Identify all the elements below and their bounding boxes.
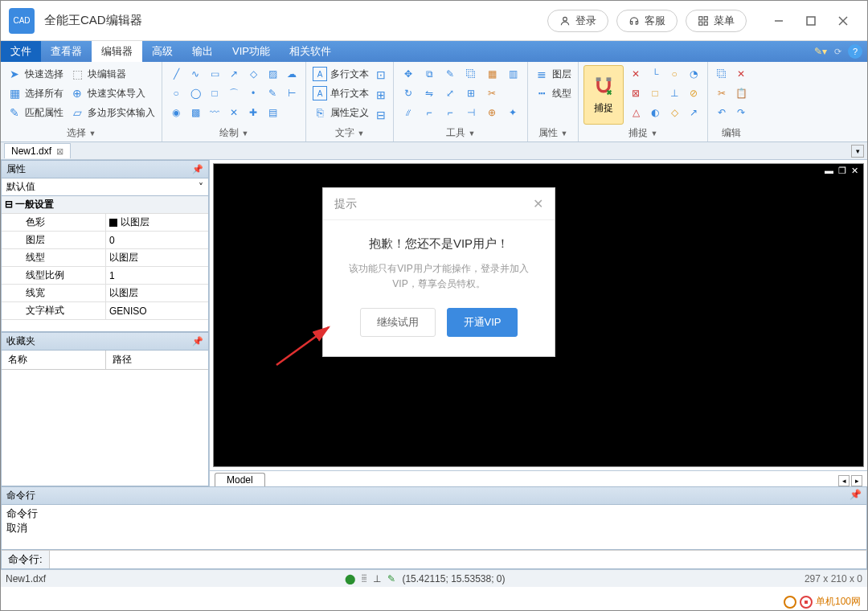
paste-icon[interactable]: ✕: [732, 65, 750, 83]
dim-icon[interactable]: ⊢: [283, 84, 301, 102]
hatch1-icon[interactable]: ▨: [264, 65, 281, 83]
hatch2-icon[interactable]: ▩: [186, 104, 204, 121]
snap-cen-icon[interactable]: ○: [665, 65, 683, 83]
open-vip-button[interactable]: 开通VIP: [447, 308, 518, 337]
offset-icon[interactable]: ⫽: [399, 104, 418, 121]
menu-editor[interactable]: 编辑器: [92, 41, 142, 62]
break-icon[interactable]: ⊣: [461, 104, 481, 121]
property-row[interactable]: 线型比例1: [2, 267, 208, 285]
square-icon[interactable]: □: [206, 84, 223, 102]
scroll-right-icon[interactable]: ▸: [851, 475, 862, 486]
snap-perp-icon[interactable]: ⊥: [665, 84, 683, 102]
text[interactable]: A单行文本: [311, 84, 371, 102]
text-tool1-icon[interactable]: ⊡: [374, 68, 388, 82]
align-icon[interactable]: ▥: [503, 65, 522, 83]
mtext[interactable]: A多行文本: [311, 65, 371, 83]
snap-end-icon[interactable]: ✕: [627, 65, 645, 83]
continue-trial-button[interactable]: 继续试用: [360, 308, 436, 337]
snap-app-icon[interactable]: ◐: [646, 104, 664, 121]
property-row[interactable]: 线型以图层: [2, 249, 208, 267]
xline-icon[interactable]: ✕: [225, 104, 243, 121]
line-icon[interactable]: ╱: [167, 65, 185, 83]
canvas-max-icon[interactable]: ❐: [837, 166, 848, 176]
cross-icon[interactable]: ✚: [244, 104, 262, 121]
canvas-min-icon[interactable]: ▬: [823, 166, 835, 176]
dialog-close-icon[interactable]: ✕: [533, 196, 543, 211]
menu-advanced[interactable]: 高级: [142, 41, 182, 62]
undo-icon[interactable]: ↶: [713, 104, 731, 121]
paste2-icon[interactable]: 📋: [732, 84, 750, 102]
chamfer-icon[interactable]: ⌐: [440, 104, 460, 121]
maximize-button[interactable]: [795, 8, 827, 34]
fav-col-name[interactable]: 名称: [2, 351, 106, 369]
layer-icon[interactable]: ▦: [482, 65, 502, 83]
edit-icon[interactable]: ✎▾: [814, 46, 827, 57]
status-grid-icon[interactable]: ⦙⦙⦙: [362, 573, 366, 584]
status-icon1[interactable]: ⬤: [345, 573, 355, 584]
snap-ext-icon[interactable]: ↗: [685, 104, 702, 121]
group-icon[interactable]: ⧉: [420, 65, 439, 83]
linetype[interactable]: ┅线型: [533, 84, 573, 102]
chevron-down-icon[interactable]: ▼: [651, 129, 658, 137]
pen-icon[interactable]: ✎: [264, 84, 281, 102]
snap-int-icon[interactable]: ⊠: [627, 84, 645, 102]
circle-icon[interactable]: ○: [167, 84, 185, 102]
text-tool3-icon[interactable]: ⊟: [374, 108, 388, 122]
extend-icon[interactable]: [503, 84, 522, 102]
canvas-close-icon[interactable]: ✕: [850, 166, 860, 176]
donut-icon[interactable]: ◉: [167, 104, 185, 121]
quick-import[interactable]: ⊕快速实体导入: [68, 84, 157, 102]
property-row[interactable]: 图层0: [2, 232, 208, 249]
command-input[interactable]: [50, 551, 866, 568]
polyline-icon[interactable]: ∿: [186, 65, 204, 83]
property-row[interactable]: 线宽以图层: [2, 285, 208, 302]
rotate-icon[interactable]: ↻: [399, 84, 418, 102]
attrdef[interactable]: ⎘属性定义: [311, 104, 371, 121]
point-icon[interactable]: •: [244, 84, 262, 102]
model-tab[interactable]: Model: [215, 473, 265, 486]
mirror-icon[interactable]: ⇋: [420, 84, 439, 102]
minimize-button[interactable]: [763, 8, 795, 34]
refresh-icon[interactable]: ⟳: [830, 44, 845, 59]
explode-icon[interactable]: ✦: [503, 104, 522, 121]
rect-icon[interactable]: ▭: [206, 65, 223, 83]
array-icon[interactable]: ⊞: [461, 84, 481, 102]
capture-button[interactable]: 捕捉: [583, 65, 624, 125]
text-tool2-icon[interactable]: ⊞: [374, 88, 388, 102]
snap-par-icon[interactable]: ◇: [665, 104, 683, 121]
snap-node-icon[interactable]: □: [646, 84, 664, 102]
menu-viewer[interactable]: 查看器: [41, 41, 92, 62]
join-icon[interactable]: ⊕: [482, 104, 502, 121]
snap-near-icon[interactable]: △: [627, 104, 645, 121]
select-all[interactable]: ▦选择所有: [6, 84, 65, 102]
snap-tan-icon[interactable]: ⊘: [685, 84, 702, 102]
spline-icon[interactable]: 〰: [206, 104, 223, 121]
status-pen-icon[interactable]: ✎: [387, 573, 395, 584]
snap-quad-icon[interactable]: ◔: [685, 65, 702, 83]
chevron-down-icon[interactable]: ▼: [89, 129, 96, 137]
quick-select[interactable]: ➤快速选择: [6, 65, 65, 83]
move-icon[interactable]: ✥: [399, 65, 418, 83]
support-button[interactable]: 客服: [616, 10, 678, 32]
chevron-down-icon[interactable]: ▼: [469, 129, 476, 137]
fillet-icon[interactable]: ⌐: [420, 104, 439, 121]
pin-icon[interactable]: 📌: [192, 336, 203, 347]
polygon-input[interactable]: ▱多边形实体输入: [68, 104, 157, 121]
menu-vip[interactable]: VIP功能: [223, 41, 280, 62]
pin-icon[interactable]: 📌: [850, 489, 862, 502]
scale-icon[interactable]: ⤢: [440, 84, 460, 102]
pin-icon[interactable]: 📌: [192, 164, 203, 174]
expand-tabs[interactable]: ▾: [851, 145, 864, 158]
trim-icon[interactable]: ✂: [482, 84, 502, 102]
arrow-icon[interactable]: ↗: [225, 65, 243, 83]
chevron-down-icon[interactable]: ▼: [561, 129, 568, 137]
help-icon[interactable]: ?: [848, 44, 862, 59]
property-row[interactable]: 文字样式GENISO: [2, 302, 208, 320]
property-row[interactable]: 色彩以图层: [2, 214, 208, 232]
shape-icon[interactable]: ◇: [244, 65, 262, 83]
doc-tab[interactable]: New1.dxf ⊠: [4, 143, 71, 158]
block-editor[interactable]: ⬚块编辑器: [68, 65, 157, 83]
arc-icon[interactable]: ⌒: [225, 84, 243, 102]
login-button[interactable]: 登录: [547, 10, 608, 32]
cloud-icon[interactable]: ☁: [283, 65, 301, 83]
